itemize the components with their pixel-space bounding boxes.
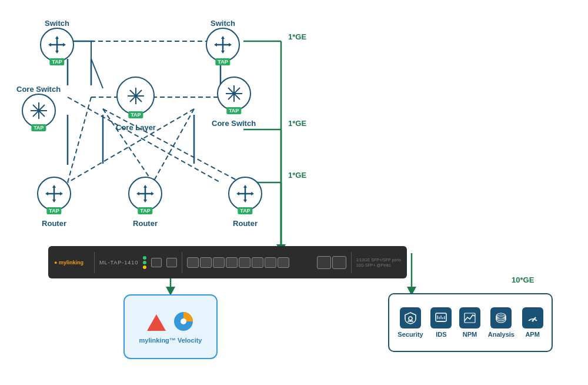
tool-analysis: Analysis	[488, 307, 514, 338]
core-switch2-tap: TAP	[226, 107, 241, 114]
analysis-icon	[490, 307, 512, 328]
led-pwr	[143, 256, 146, 260]
ge-label-1: 1*GE	[288, 32, 306, 41]
svg-line-14	[153, 109, 194, 182]
router2-circle: TAP	[128, 177, 162, 211]
router3-tap: TAP	[238, 207, 252, 214]
npm-label: NPM	[463, 331, 477, 338]
svg-point-73	[181, 318, 186, 324]
velocity-pie-icon	[172, 310, 195, 333]
svg-marker-56	[52, 200, 56, 203]
core-layer-node: TAP Core Layer	[116, 77, 156, 132]
switch1-circle: TAP	[40, 28, 74, 62]
svg-rect-86	[465, 313, 475, 323]
port-label-2: 10G SFP+ @Pinks	[356, 263, 401, 267]
svg-marker-71	[147, 314, 166, 331]
velocity-box: mylinking™ Velocity	[123, 294, 218, 359]
ids-label: IDS	[436, 331, 446, 338]
ge-label-3: 1*GE	[288, 171, 306, 180]
sfp-7	[265, 257, 276, 268]
svg-marker-40	[229, 43, 232, 47]
brand-logo: ● mylinking	[54, 260, 83, 265]
router3-label: Router	[233, 219, 258, 228]
device-model: ML-TAP-1410	[99, 260, 138, 265]
router1-tap: TAP	[46, 207, 61, 214]
apm-label: APM	[525, 331, 539, 338]
tap-device: ● mylinking ML-TAP-1410 1/10G	[48, 246, 407, 278]
switch1-node: Switch TAP	[40, 11, 74, 62]
velocity-triangle-icon	[146, 312, 167, 333]
router2-label: Router	[133, 219, 158, 228]
core-layer-label: Core Layer	[116, 123, 156, 132]
tool-apm: APM	[522, 307, 543, 338]
svg-marker-57	[45, 192, 48, 195]
router3-circle: TAP	[228, 177, 262, 211]
diagram-container: Switch TAP Switch TAP	[0, 0, 588, 385]
sfp-ports	[187, 257, 289, 268]
sfp-3	[213, 257, 225, 268]
sfp-5	[239, 257, 250, 268]
svg-marker-70	[251, 192, 254, 195]
device-brand: ● mylinking	[54, 260, 89, 265]
svg-marker-68	[243, 200, 247, 203]
svg-marker-33	[48, 43, 51, 47]
router3-node: TAP Router	[228, 177, 262, 228]
tool-npm: NPM	[459, 307, 480, 338]
velocity-label: mylinking™ Velocity	[139, 337, 202, 344]
svg-marker-67	[243, 185, 247, 188]
svg-marker-55	[52, 185, 56, 188]
svg-marker-32	[55, 51, 59, 54]
led-sys	[143, 261, 146, 264]
core-switch1-circle: TAP	[22, 94, 56, 128]
port-rj45-1	[151, 258, 162, 267]
switch1-tap: TAP	[49, 58, 64, 65]
svg-marker-64	[151, 192, 154, 195]
router2-node: TAP Router	[128, 177, 162, 228]
core-layer-tap1: TAP	[128, 111, 143, 118]
device-leds	[143, 256, 146, 269]
switch1-label: Switch	[45, 19, 69, 28]
ge-label-2: 1*GE	[288, 119, 306, 128]
core-switch2-node: TAP Core Switch	[212, 77, 256, 128]
svg-marker-63	[136, 192, 139, 195]
tool-security: Security	[397, 307, 423, 338]
svg-marker-58	[60, 192, 63, 195]
svg-point-74	[409, 317, 412, 320]
ge-label-4: 10*GE	[512, 276, 534, 284]
svg-marker-62	[143, 200, 147, 203]
security-label: Security	[397, 331, 423, 338]
sfp-1	[187, 257, 199, 268]
core-switch1-label: Core Switch	[16, 85, 61, 94]
tools-box: Security IDS	[388, 293, 553, 352]
router2-tap: TAP	[138, 207, 152, 214]
sfp-6	[252, 257, 263, 268]
port-rj45-2	[166, 258, 177, 267]
security-icon	[400, 307, 421, 328]
router1-label: Router	[42, 219, 66, 228]
sfp-2	[200, 257, 212, 268]
core-switch1-tap: TAP	[31, 124, 46, 131]
svg-marker-31	[55, 36, 59, 39]
led-kit	[143, 265, 146, 269]
tool-ids: IDS	[430, 307, 452, 338]
svg-marker-39	[214, 43, 217, 47]
ids-icon	[430, 307, 452, 328]
core-switch2-label: Core Switch	[212, 119, 256, 128]
svg-marker-61	[143, 185, 147, 188]
router1-node: TAP Router	[37, 177, 71, 228]
uplink-sfp-2	[332, 256, 346, 269]
port-label-1: 1/10GE SFP+/SFP ports	[356, 258, 401, 262]
apm-icon	[522, 307, 543, 328]
svg-marker-38	[221, 51, 225, 54]
core-switch1-node: Core Switch TAP	[16, 77, 61, 128]
core-switch2-circle: TAP	[217, 77, 251, 111]
switch2-circle: TAP	[206, 28, 240, 62]
sfp-4	[226, 257, 238, 268]
uplink-ports	[317, 256, 346, 269]
svg-marker-37	[221, 36, 225, 39]
switch2-label: Switch	[211, 19, 235, 28]
velocity-icons	[146, 310, 195, 333]
analysis-label: Analysis	[488, 331, 514, 338]
svg-line-8	[91, 59, 103, 88]
svg-marker-34	[63, 43, 66, 47]
